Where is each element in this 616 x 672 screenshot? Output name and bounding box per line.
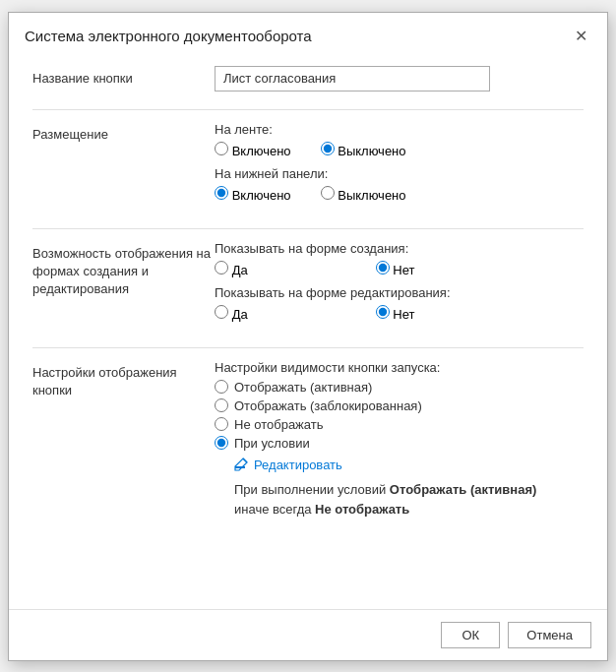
button-settings-content: Настройки видимости кнопки запуска: Отоб… — [215, 360, 584, 519]
cancel-button[interactable]: Отмена — [508, 622, 591, 648]
edit-link[interactable]: Редактировать — [234, 458, 342, 472]
edit-yes-label[interactable]: Да — [215, 305, 248, 322]
ribbon-radio-group: Включено Выключено — [215, 142, 584, 158]
edit-yes-radio[interactable] — [215, 305, 228, 319]
form-display-row: Возможность отображения на формах создан… — [32, 241, 584, 330]
ribbon-on-label[interactable]: Включено — [215, 142, 291, 158]
create-no-label[interactable]: Нет — [376, 261, 415, 277]
button-name-content — [215, 66, 584, 92]
ok-button[interactable]: ОК — [441, 622, 500, 648]
bottom-on-radio[interactable] — [215, 186, 228, 200]
edit-icon — [234, 458, 250, 471]
create-no-radio[interactable] — [376, 261, 390, 275]
opt-blocked-text: Отображать (заблокированная) — [234, 398, 422, 413]
ribbon-section: На ленте: Включено Выключено — [215, 122, 584, 158]
opt-blocked-radio[interactable] — [215, 398, 228, 412]
opt-condition-radio[interactable] — [215, 436, 228, 450]
bottom-label: На нижней панели: — [215, 166, 584, 181]
condition-pre1: При выполнении условий — [234, 482, 390, 497]
dialog-footer: ОК Отмена — [9, 609, 607, 660]
visibility-options: Отображать (активная) Отображать (заблок… — [215, 380, 584, 451]
edit-form-section: Показывать на форме редактирования: Да Н… — [215, 285, 584, 322]
button-settings-row: Настройки отображения кнопки Настройки в… — [32, 360, 584, 519]
ribbon-off-text: Выключено — [338, 144, 405, 158]
edit-link-text: Редактировать — [254, 458, 342, 472]
opt-active-text: Отображать (активная) — [234, 380, 372, 395]
placement-label: Размещение — [32, 122, 215, 144]
opt-active-row: Отображать (активная) — [215, 380, 584, 395]
condition-pre2: иначе всегда — [234, 502, 315, 517]
bottom-off-text: Выключено — [338, 188, 405, 203]
create-form-radio-group: Да Нет — [215, 261, 584, 277]
dialog-body: Название кнопки Размещение На ленте: Вкл… — [9, 56, 607, 609]
ribbon-on-radio[interactable] — [215, 142, 228, 155]
ribbon-on-text: Включено — [232, 144, 291, 158]
opt-hide-row: Не отображать — [215, 417, 584, 432]
edit-no-text: Нет — [393, 307, 414, 322]
form-display-content: Показывать на форме создания: Да Нет Пок — [215, 241, 584, 330]
opt-condition-row: При условии — [215, 436, 584, 451]
condition-bold2: Не отображать — [315, 502, 409, 517]
bottom-on-text: Включено — [232, 188, 291, 203]
button-name-input[interactable] — [215, 66, 490, 92]
create-no-text: Нет — [393, 263, 414, 277]
create-form-label: Показывать на форме создания: — [215, 241, 584, 256]
opt-hide-radio[interactable] — [215, 417, 228, 431]
ribbon-off-radio[interactable] — [321, 142, 335, 155]
create-yes-radio[interactable] — [215, 261, 228, 275]
edit-yes-text: Да — [232, 307, 248, 322]
condition-text: При выполнении условий Отображать (актив… — [234, 480, 584, 519]
edit-form-label: Показывать на форме редактирования: — [215, 285, 584, 300]
placement-row: Размещение На ленте: Включено Выключено — [32, 122, 584, 211]
bottom-radio-group: Включено Выключено — [215, 186, 584, 203]
dialog-header: Система электронного документооборота ✕ — [9, 13, 607, 56]
button-settings-label: Настройки отображения кнопки — [32, 360, 215, 399]
button-name-row: Название кнопки — [32, 66, 584, 92]
button-name-label: Название кнопки — [32, 66, 215, 88]
form-display-label: Возможность отображения на формах создан… — [32, 241, 215, 299]
edit-no-radio[interactable] — [376, 305, 390, 319]
bottom-off-label[interactable]: Выключено — [321, 186, 406, 203]
close-button[interactable]: ✕ — [571, 27, 591, 46]
bottom-on-label[interactable]: Включено — [215, 186, 291, 203]
placement-content: На ленте: Включено Выключено На нижней п — [215, 122, 584, 211]
svg-line-2 — [243, 458, 247, 462]
edit-form-radio-group: Да Нет — [215, 305, 584, 322]
opt-active-radio[interactable] — [215, 380, 228, 394]
main-dialog: Система электронного документооборота ✕ … — [8, 12, 608, 661]
condition-bold1: Отображать (активная) — [390, 482, 536, 497]
opt-hide-text: Не отображать — [234, 417, 324, 432]
visibility-label: Настройки видимости кнопки запуска: — [215, 360, 584, 375]
edit-no-label[interactable]: Нет — [376, 305, 415, 322]
create-yes-text: Да — [232, 263, 248, 277]
bottom-off-radio[interactable] — [321, 186, 335, 200]
opt-blocked-row: Отображать (заблокированная) — [215, 398, 584, 413]
opt-condition-text: При условии — [234, 436, 310, 451]
dialog-title: Система электронного документооборота — [25, 28, 312, 44]
create-form-section: Показывать на форме создания: Да Нет — [215, 241, 584, 277]
ribbon-off-label[interactable]: Выключено — [321, 142, 406, 158]
bottom-panel-section: На нижней панели: Включено Выключено — [215, 166, 584, 203]
ribbon-label: На ленте: — [215, 122, 584, 137]
create-yes-label[interactable]: Да — [215, 261, 248, 277]
